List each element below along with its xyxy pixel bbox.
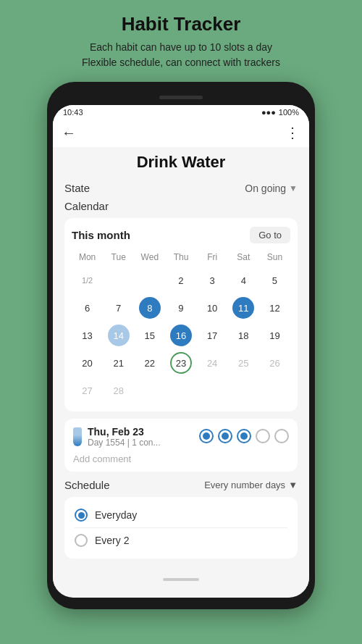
phone-shell: 10:43 ●●● 100% ← ⋮ Drink Water State On … bbox=[47, 82, 315, 609]
go-to-button[interactable]: Go to bbox=[250, 227, 290, 243]
day-detail-header: Thu, Feb 23 Day 1554 | 1 con... bbox=[73, 426, 289, 448]
weekday-wed: Wed bbox=[134, 251, 165, 267]
cal-day bbox=[228, 377, 259, 404]
schedule-option-everyday[interactable]: Everyday bbox=[75, 504, 287, 526]
cal-day[interactable]: 24 bbox=[197, 349, 228, 377]
cal-day bbox=[134, 377, 165, 404]
cal-day[interactable]: 6 bbox=[72, 294, 103, 322]
weekday-tue: Tue bbox=[103, 251, 134, 267]
cal-day[interactable]: 28 bbox=[103, 377, 134, 404]
calendar-grid: Mon Tue Wed Thu Fri Sat Sun bbox=[72, 251, 290, 404]
cal-day[interactable]: 10 bbox=[197, 294, 228, 322]
day-detail-date: Thu, Feb 23 bbox=[88, 426, 161, 438]
cal-day[interactable]: 21 bbox=[103, 349, 134, 377]
schedule-row: Schedule Every number days ▼ bbox=[64, 479, 298, 491]
bottom-indicator bbox=[163, 578, 199, 581]
schedule-card: Everyday Every 2 bbox=[64, 497, 298, 559]
menu-button[interactable]: ⋮ bbox=[285, 124, 300, 141]
dot-4[interactable] bbox=[256, 429, 270, 443]
cal-day[interactable]: 7 bbox=[103, 294, 134, 322]
dot-1[interactable] bbox=[199, 429, 214, 443]
status-bar: 10:43 ●●● 100% bbox=[53, 105, 309, 120]
bottom-bar bbox=[53, 573, 309, 586]
cal-day bbox=[103, 267, 134, 294]
state-label: State bbox=[64, 182, 90, 194]
day-dots bbox=[199, 429, 289, 443]
schedule-option-every2[interactable]: Every 2 bbox=[75, 530, 287, 551]
cal-day[interactable]: 17 bbox=[197, 322, 228, 349]
cal-day[interactable]: 3 bbox=[197, 267, 228, 294]
weekday-sun: Sun bbox=[259, 251, 290, 267]
back-button[interactable]: ← bbox=[62, 125, 76, 141]
app-title: Habit Tracker bbox=[122, 13, 241, 35]
state-caret-icon: ▼ bbox=[289, 183, 298, 193]
signal-icon: ●●● bbox=[261, 108, 276, 117]
weekday-mon: Mon bbox=[72, 251, 103, 267]
cal-day[interactable]: 5 bbox=[259, 267, 290, 294]
dot-5[interactable] bbox=[274, 429, 289, 443]
everyday-label: Everyday bbox=[95, 509, 137, 521]
add-comment-button[interactable]: Add comment bbox=[73, 453, 289, 464]
table-row: 27 28 bbox=[72, 377, 290, 404]
day-detail-sub: Day 1554 | 1 con... bbox=[88, 438, 161, 448]
calendar-card: This month Go to Mon Tue Wed Thu Fri Sat bbox=[64, 218, 298, 411]
habit-title: Drink Water bbox=[64, 153, 298, 172]
cal-day[interactable]: 8 bbox=[134, 294, 165, 322]
phone-screen: 10:43 ●●● 100% ← ⋮ Drink Water State On … bbox=[53, 105, 309, 598]
table-row: 20 21 22 23 24 25 26 bbox=[72, 349, 290, 377]
app-subtitle: Each habit can have up to 10 slots a day… bbox=[67, 40, 295, 70]
schedule-divider bbox=[75, 527, 287, 528]
cal-day bbox=[165, 377, 196, 404]
status-time: 10:43 bbox=[63, 108, 83, 117]
cal-day[interactable]: 4 bbox=[228, 267, 259, 294]
cal-day[interactable]: 15 bbox=[134, 322, 165, 349]
state-dropdown[interactable]: On going ▼ bbox=[245, 183, 298, 194]
cal-day[interactable]: 2 bbox=[165, 267, 196, 294]
state-row: State On going ▼ bbox=[64, 182, 298, 194]
day-detail-card: Thu, Feb 23 Day 1554 | 1 con... Ad bbox=[64, 419, 298, 472]
dot-3[interactable] bbox=[237, 429, 251, 443]
water-icon bbox=[73, 427, 82, 446]
radio-everyday[interactable] bbox=[75, 509, 88, 522]
cal-day[interactable]: 14 bbox=[103, 322, 134, 349]
table-row: 13 14 15 16 17 18 19 bbox=[72, 322, 290, 349]
cal-day[interactable]: 25 bbox=[228, 349, 259, 377]
weekday-sat: Sat bbox=[228, 251, 259, 267]
cal-day[interactable]: 19 bbox=[259, 322, 290, 349]
cal-day bbox=[259, 377, 290, 404]
page-wrapper: Habit Tracker Each habit can have up to … bbox=[0, 0, 362, 644]
cal-day[interactable]: 9 bbox=[165, 294, 196, 322]
cal-day bbox=[197, 377, 228, 404]
cal-day[interactable]: 23 bbox=[165, 349, 196, 377]
calendar-label: Calendar bbox=[64, 200, 298, 212]
schedule-dropdown[interactable]: Every number days ▼ bbox=[204, 480, 298, 490]
schedule-caret-icon: ▼ bbox=[288, 480, 298, 490]
every2-label: Every 2 bbox=[95, 535, 129, 546]
cal-day[interactable]: 1/2 bbox=[72, 267, 103, 294]
main-content: Drink Water State On going ▼ Calendar Th… bbox=[53, 153, 309, 573]
cal-day[interactable]: 27 bbox=[72, 377, 103, 404]
day-detail-info: Thu, Feb 23 Day 1554 | 1 con... bbox=[88, 426, 161, 448]
radio-every2[interactable] bbox=[75, 534, 88, 547]
table-row: 1/2 2 3 4 5 bbox=[72, 267, 290, 294]
cal-day[interactable]: 20 bbox=[72, 349, 103, 377]
weekday-thu: Thu bbox=[165, 251, 196, 267]
calendar-header: This month Go to bbox=[72, 227, 290, 243]
schedule-label: Schedule bbox=[64, 479, 110, 491]
weekday-fri: Fri bbox=[197, 251, 228, 267]
calendar-month: This month bbox=[72, 229, 130, 241]
cal-day[interactable]: 18 bbox=[228, 322, 259, 349]
phone-notch bbox=[53, 89, 309, 105]
dot-2[interactable] bbox=[218, 429, 232, 443]
notch-bar bbox=[159, 96, 203, 99]
cal-day[interactable]: 11 bbox=[228, 294, 259, 322]
cal-day[interactable]: 22 bbox=[134, 349, 165, 377]
calendar-weekday-row: Mon Tue Wed Thu Fri Sat Sun bbox=[72, 251, 290, 267]
cal-day[interactable]: 16 bbox=[165, 322, 196, 349]
top-bar: ← ⋮ bbox=[53, 120, 309, 147]
cal-day[interactable]: 13 bbox=[72, 322, 103, 349]
schedule-value-text: Every number days bbox=[204, 480, 285, 490]
cal-day[interactable]: 26 bbox=[259, 349, 290, 377]
cal-day[interactable]: 12 bbox=[259, 294, 290, 322]
day-detail-left: Thu, Feb 23 Day 1554 | 1 con... bbox=[73, 426, 161, 448]
